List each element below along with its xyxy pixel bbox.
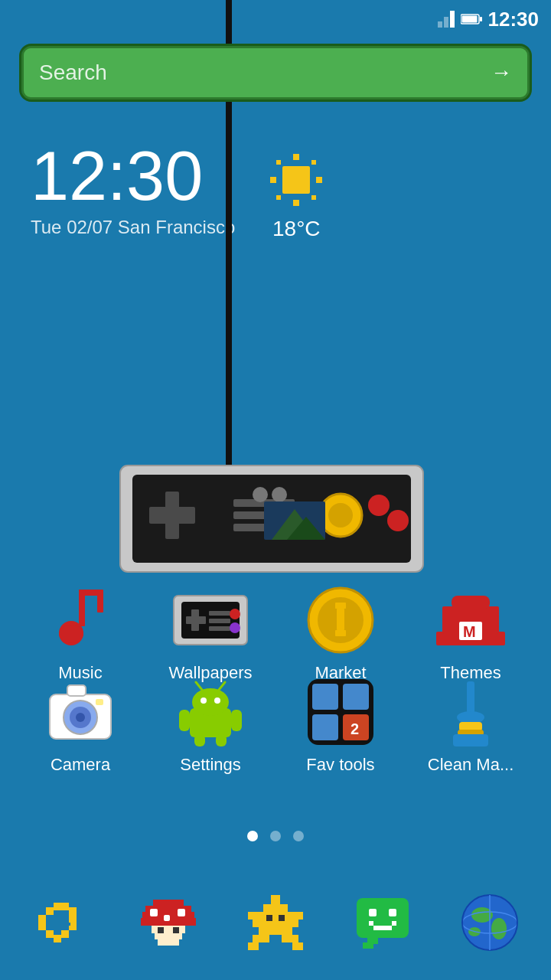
svg-point-27 [387,510,409,531]
svg-rect-9 [270,177,276,183]
svg-rect-98 [153,900,184,906]
bottom-dock [0,873,551,972]
sun-icon [266,149,327,211]
dock-chat[interactable] [341,880,425,965]
weather-section: 18°C [266,149,327,241]
camera-icon [42,674,119,750]
search-placeholder: Search [39,60,491,85]
svg-rect-41 [209,619,230,623]
dock-globe[interactable] [448,880,532,965]
svg-point-63 [201,697,207,704]
svg-rect-85 [61,903,69,910]
svg-rect-56 [67,685,86,696]
svg-marker-2 [450,11,455,28]
svg-rect-102 [150,909,158,916]
dock-moon[interactable] [19,880,103,965]
page-dot-2[interactable] [270,831,281,841]
market-icon [302,582,379,658]
app-themes[interactable]: M Themes [413,582,528,683]
svg-rect-111 [263,904,288,912]
svg-rect-11 [276,160,281,165]
svg-rect-121 [357,898,409,938]
svg-point-35 [59,625,83,643]
svg-rect-77 [467,681,474,716]
svg-rect-126 [373,926,392,930]
page-dot-3[interactable] [293,831,304,841]
svg-rect-116 [282,935,298,942]
nes-controller-widget [119,459,425,578]
svg-rect-70 [216,734,227,746]
svg-rect-89 [61,930,69,938]
svg-rect-47 [335,603,346,609]
app-wallpapers[interactable]: Wallpapers [153,582,268,683]
svg-rect-83 [46,907,54,915]
settings-icon [172,674,249,750]
app-cleanmaster-label: Clean Ma... [428,755,514,775]
svg-rect-118 [292,942,303,950]
app-settings[interactable]: Settings [153,674,268,775]
svg-rect-106 [155,933,182,939]
app-favtools[interactable]: 2 Fav tools [283,674,398,775]
app-camera-label: Camera [51,755,110,775]
svg-rect-113 [253,920,298,927]
svg-rect-117 [248,942,259,950]
svg-rect-128 [363,942,373,949]
app-row-1: Music Wallpapers [0,582,551,683]
svg-rect-60 [96,699,103,705]
clock-weather-widget: 12:30 Tue 02/07 San Francisco 18°C [31,142,327,241]
svg-rect-120 [279,915,285,921]
svg-rect-124 [369,921,373,926]
svg-text:M: M [463,623,476,640]
svg-rect-108 [158,927,164,933]
dock-mushroom[interactable] [126,880,210,965]
clock-section: 12:30 Tue 02/07 San Francisco [31,142,235,238]
svg-rect-84 [54,903,61,910]
favtools-icon: 2 [302,674,379,750]
app-settings-label: Settings [180,755,241,775]
svg-point-62 [192,688,229,716]
svg-point-25 [328,503,353,528]
svg-rect-94 [64,913,69,918]
svg-rect-72 [312,684,338,710]
themes-icon: M [432,582,509,658]
status-bar: 12:30 [0,0,551,38]
svg-rect-52 [452,596,490,609]
svg-rect-105 [152,926,185,933]
svg-point-59 [76,713,85,722]
svg-rect-69 [194,734,205,746]
svg-rect-90 [54,935,61,942]
dock-star[interactable] [233,880,318,965]
svg-point-131 [491,918,507,939]
nes-controller-icon [119,459,425,578]
app-cleanmaster[interactable]: Clean Ma... [413,674,528,775]
svg-point-23 [272,487,287,502]
svg-rect-18 [165,492,179,539]
clock-date: Tue 02/07 San Francisco [31,217,235,238]
svg-point-22 [253,487,268,502]
svg-rect-49 [335,630,346,636]
search-bar[interactable]: Search → [21,46,530,100]
svg-rect-8 [293,200,299,206]
wallpapers-icon [172,582,249,658]
svg-rect-114 [259,927,292,935]
svg-rect-97 [57,926,66,929]
svg-marker-0 [438,21,442,28]
svg-rect-14 [311,195,316,200]
svg-rect-125 [392,921,396,926]
svg-rect-33 [79,590,85,626]
app-camera[interactable]: Camera [23,674,138,775]
svg-point-44 [230,622,240,633]
svg-rect-74 [312,714,338,740]
app-music[interactable]: Music [23,582,138,683]
cleanmaster-icon [432,674,509,750]
app-market[interactable]: Market [283,582,398,683]
page-dot-1[interactable] [247,831,258,841]
svg-rect-91 [46,930,54,938]
svg-rect-32 [97,590,103,612]
svg-rect-48 [337,609,344,630]
music-icon [42,582,119,658]
svg-rect-109 [173,927,179,933]
svg-rect-93 [54,911,58,916]
svg-point-43 [230,609,240,619]
svg-rect-112 [248,912,303,920]
